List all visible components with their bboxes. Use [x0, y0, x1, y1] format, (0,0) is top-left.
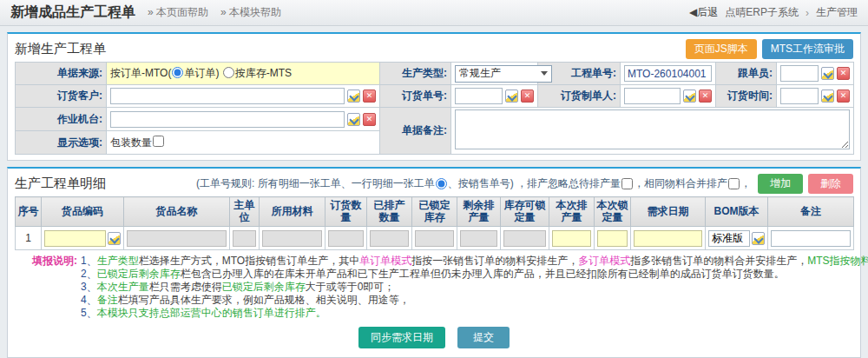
- purchase-no-input[interactable]: [455, 88, 503, 104]
- breadcrumb-separator: ›: [806, 7, 809, 19]
- rule-text-end: ，: [740, 176, 751, 191]
- follower-input[interactable]: [780, 65, 819, 82]
- picker-icon[interactable]: [821, 90, 834, 103]
- locked-stock-readonly: [415, 230, 454, 247]
- col-this-schedule-qty: 本次排产量: [549, 197, 595, 227]
- col-order-qty: 订货数量: [326, 197, 367, 227]
- display-option-field: 包装数量: [107, 131, 380, 155]
- clear-icon[interactable]: ✕: [699, 90, 712, 103]
- purchase-no-field: ✕: [451, 85, 538, 108]
- fill-instructions: 填报说明: 1、生产类型栏选择生产方式，MTO指按销售订单生产，其中单订单模式指…: [32, 255, 853, 320]
- page-js-script-button[interactable]: 页面JS脚本: [686, 39, 757, 59]
- breadcrumb-section[interactable]: 生产管理: [816, 5, 858, 20]
- clear-icon[interactable]: ✕: [837, 90, 850, 103]
- source-single-order-radio[interactable]: [172, 67, 183, 78]
- merge-same-material-checkbox[interactable]: [728, 178, 740, 189]
- back-link[interactable]: ◀后退: [689, 5, 718, 20]
- rule-one-line-radio[interactable]: [436, 178, 447, 189]
- add-row-button[interactable]: 增加: [758, 174, 803, 194]
- picker-icon[interactable]: [347, 90, 360, 103]
- cell-need-date: [631, 227, 706, 250]
- cell-locked-stock: [412, 227, 457, 250]
- order-no-input[interactable]: [624, 65, 712, 82]
- this-lock-qty-input[interactable]: [597, 230, 628, 247]
- cell-material: [260, 227, 326, 250]
- customer-input[interactable]: [110, 88, 345, 104]
- cell-note: [768, 227, 854, 250]
- purchase-time-input[interactable]: [780, 88, 819, 104]
- chevron-down-icon: [541, 71, 548, 76]
- order-no-field: [621, 63, 716, 85]
- cell-item-code: [42, 227, 124, 250]
- item-name-readonly: [127, 230, 227, 247]
- module-help-link[interactable]: » 本模块帮助: [220, 5, 281, 20]
- col-lockable-stock: 库存可锁定量: [501, 197, 549, 227]
- detail-table: 序号 货品编码 货品名称 主单位 所用材料 订货数量 已排产数量 已锁定库存 剩…: [15, 196, 854, 250]
- mts-workflow-approve-button[interactable]: MTS工作流审批: [762, 39, 853, 59]
- picker-icon[interactable]: [683, 90, 696, 103]
- detail-header-row: 序号 货品编码 货品名称 主单位 所用材料 订货数量 已排产数量 已锁定库存 剩…: [16, 197, 854, 227]
- purchase-maker-input[interactable]: [624, 88, 681, 104]
- purchase-time-label: 订货时间:: [716, 85, 777, 108]
- cell-unit: [230, 227, 260, 250]
- instruction-line-5: 5、本模块只支持总部运营中心的销售订单进行排产。: [81, 307, 868, 320]
- cell-bom-version: [706, 227, 768, 250]
- item-code-input[interactable]: [44, 230, 106, 247]
- machine-field: ✕: [107, 108, 380, 131]
- cell-scheduled-qty: [367, 227, 412, 250]
- bom-version-input[interactable]: [708, 230, 750, 247]
- col-unit: 主单位: [230, 197, 260, 227]
- prod-type-selected-value: 常规生产: [459, 66, 501, 81]
- col-scheduled-qty: 已排产数量: [367, 197, 412, 227]
- picker-icon[interactable]: [752, 232, 765, 245]
- rule-text-prefix: (工单号规则: 所有明细一张工单、一行明细一张工单: [196, 176, 435, 191]
- picker-icon[interactable]: [821, 67, 834, 80]
- clear-icon[interactable]: ✕: [363, 113, 376, 126]
- clear-icon[interactable]: ✕: [521, 90, 534, 103]
- pack-qty-checkbox[interactable]: [153, 136, 164, 147]
- instruction-line-4: 4、备注栏填写产品具体生产要求，例如产品规格、相关说明、用途等，: [81, 294, 868, 307]
- display-option-label: 显示选项:: [16, 131, 107, 155]
- purchase-maker-field: ✕: [621, 85, 716, 108]
- this-schedule-qty-input[interactable]: [552, 230, 591, 247]
- clear-icon[interactable]: ✕: [837, 67, 850, 80]
- col-item-name: 货品名称: [124, 197, 230, 227]
- rule-text-mid2: ，相同物料合并排产: [634, 176, 727, 191]
- col-item-code: 货品编码: [42, 197, 124, 227]
- breadcrumb-system[interactable]: 点晴ERP子系统: [725, 5, 799, 20]
- col-seq: 序号: [16, 197, 42, 227]
- ignore-pending-qty-checkbox[interactable]: [621, 178, 633, 189]
- order-head-form: 单据来源: 按订单-MTO(单订单) 按库存-MTS 生产类型: 常规生产 工程…: [15, 62, 854, 155]
- instruction-line-3: 3、本次生产量栏只需考虑使得已锁定后剩余库存大于或等于0即可；: [81, 281, 868, 294]
- delete-row-button[interactable]: 删除: [808, 174, 853, 194]
- clear-icon[interactable]: ✕: [363, 90, 376, 103]
- page-help-link[interactable]: » 本页面帮助: [148, 5, 208, 20]
- rule-text-mid: 、按销售单号) ，排产忽略总待排产量: [448, 176, 621, 191]
- instruction-line-2: 2、已锁定后剩余库存栏包含已办理入库的在库未开单产品和已下生产工程单但仍未办理入…: [81, 268, 868, 281]
- machine-input[interactable]: [110, 111, 345, 128]
- note-input[interactable]: [771, 230, 851, 247]
- col-note: 备注: [768, 197, 854, 227]
- fill-instructions-label: 填报说明:: [32, 255, 77, 320]
- prod-type-select[interactable]: 常规生产: [455, 65, 552, 83]
- submit-button[interactable]: 提交: [457, 327, 510, 348]
- material-readonly: [262, 230, 322, 247]
- sync-need-date-button[interactable]: 同步需求日期: [358, 327, 445, 348]
- source-mts-radio[interactable]: [223, 67, 234, 78]
- lockable-stock-readonly: [503, 230, 546, 247]
- remark-textarea[interactable]: [455, 109, 850, 149]
- purchase-no-label: 订货单号:: [380, 85, 451, 108]
- cell-this-lock-qty: [595, 227, 631, 250]
- picker-icon[interactable]: [108, 232, 121, 245]
- remaining-qty-readonly: [460, 230, 497, 247]
- picker-icon[interactable]: [505, 90, 518, 103]
- follower-label: 跟单员:: [716, 63, 777, 85]
- picker-icon[interactable]: [347, 113, 360, 126]
- col-need-date: 需求日期: [631, 197, 706, 227]
- remark-label: 单据备注:: [380, 108, 451, 155]
- scheduled-qty-readonly: [370, 230, 409, 247]
- cell-this-schedule-qty: [549, 227, 595, 250]
- unit-readonly: [233, 230, 256, 247]
- need-date-input[interactable]: [634, 230, 702, 247]
- col-locked-stock: 已锁定库存: [412, 197, 457, 227]
